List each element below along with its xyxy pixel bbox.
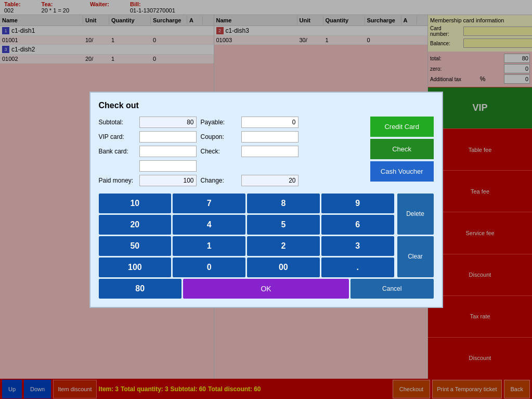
paid-money-input[interactable]	[139, 175, 197, 186]
modal-top-buttons: Subtotal: Payable: VIP card: Coupon: Ban…	[99, 117, 434, 189]
payable-label: Payable:	[201, 119, 237, 126]
subtotal-label-modal: Subtotal:	[99, 119, 135, 126]
checkout-modal: Check out Subtotal: Payable: VIP card: C…	[89, 92, 443, 308]
num-3-button[interactable]: 3	[321, 236, 394, 256]
check-input[interactable]	[241, 146, 299, 157]
num-00-button[interactable]: 00	[247, 258, 320, 277]
cash-voucher-button[interactable]: Cash Voucher	[370, 161, 434, 182]
num-7-button[interactable]: 7	[173, 194, 245, 213]
modal-title: Check out	[99, 101, 434, 110]
shortcut-80-button[interactable]: 80	[99, 279, 182, 299]
num-10-button[interactable]: 10	[99, 194, 172, 213]
num-8-button[interactable]: 8	[247, 194, 320, 213]
vip-row: VIP card: Coupon:	[99, 131, 366, 143]
bank-card-input[interactable]	[139, 146, 197, 157]
check-label: Check:	[201, 148, 237, 155]
paid-money-label: Paid money:	[99, 177, 135, 184]
num-1-button[interactable]: 1	[173, 236, 245, 256]
modal-bottom-row: 80 OK Cancel	[99, 279, 434, 299]
change-label: Change:	[201, 177, 237, 184]
subtotal-row: Subtotal: Payable:	[99, 117, 366, 128]
payable-input[interactable]	[241, 117, 299, 128]
bank-card-label: Bank card:	[99, 148, 135, 155]
delete-button[interactable]: Delete	[397, 194, 434, 235]
ok-button[interactable]: OK	[183, 279, 349, 299]
num-20-button[interactable]: 20	[99, 215, 172, 235]
bank-row: Bank card: Check:	[99, 146, 366, 157]
num-5-button[interactable]: 5	[247, 215, 320, 235]
cancel-button[interactable]: Cancel	[351, 279, 434, 299]
vip-card-input[interactable]	[139, 131, 197, 143]
modal-form: Subtotal: Payable: VIP card: Coupon: Ban…	[99, 117, 366, 189]
num-4-button[interactable]: 4	[173, 215, 245, 235]
num-100-button[interactable]: 100	[99, 258, 172, 277]
del-clear-panel: Delete Clear	[397, 194, 434, 277]
num-6-button[interactable]: 6	[321, 215, 394, 235]
extra-row	[99, 160, 366, 172]
num-dot-button[interactable]: .	[321, 258, 394, 277]
coupon-label: Coupon:	[201, 133, 237, 140]
credit-card-button[interactable]: Credit Card	[370, 117, 434, 137]
subtotal-input[interactable]	[139, 117, 197, 128]
payment-type-buttons: Credit Card Check Cash Voucher	[370, 117, 434, 189]
check-button[interactable]: Check	[370, 139, 434, 159]
num-2-button[interactable]: 2	[247, 236, 320, 256]
extra-input[interactable]	[139, 160, 197, 172]
numpad-grid: 10 7 8 9 20 4 5 6 50 1 2 3 100 0 00 .	[99, 194, 394, 277]
num-50-button[interactable]: 50	[99, 236, 172, 256]
modal-overlay: Check out Subtotal: Payable: VIP card: C…	[0, 0, 532, 399]
clear-button[interactable]: Clear	[397, 236, 434, 277]
paid-row: Paid money: Change:	[99, 175, 366, 186]
coupon-input[interactable]	[241, 131, 299, 143]
num-9-button[interactable]: 9	[321, 194, 394, 213]
change-input[interactable]	[241, 175, 299, 186]
vip-card-label: VIP card:	[99, 133, 135, 140]
numpad-area: 10 7 8 9 20 4 5 6 50 1 2 3 100 0 00 .	[99, 194, 434, 277]
num-0-button[interactable]: 0	[173, 258, 245, 277]
